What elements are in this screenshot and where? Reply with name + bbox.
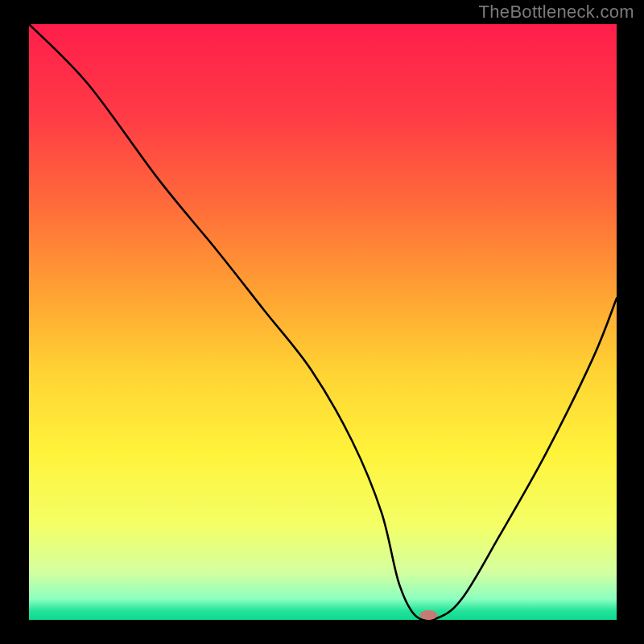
optimal-point-marker: [419, 610, 437, 620]
watermark-text: TheBottleneck.com: [479, 2, 634, 23]
gradient-background: [29, 24, 617, 620]
bottleneck-chart: [29, 24, 617, 620]
plot-area: [29, 24, 617, 620]
chart-container: TheBottleneck.com: [0, 0, 644, 644]
